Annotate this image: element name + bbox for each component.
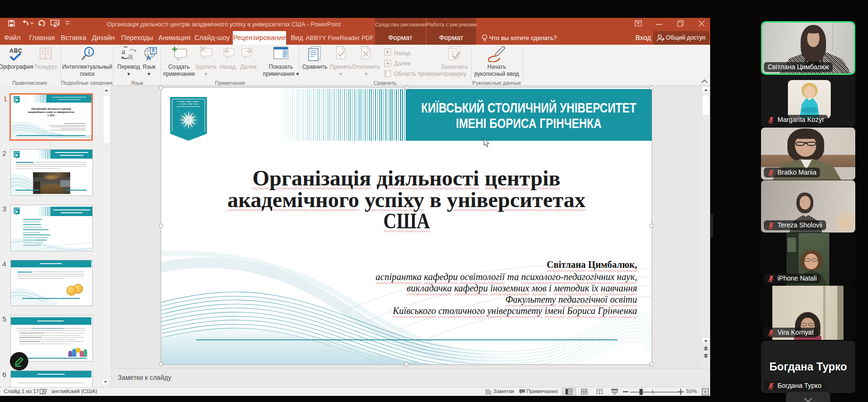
svg-text:а: а: [122, 47, 125, 56]
svg-text:А: А: [146, 54, 151, 61]
svg-text:а: а: [128, 51, 133, 61]
